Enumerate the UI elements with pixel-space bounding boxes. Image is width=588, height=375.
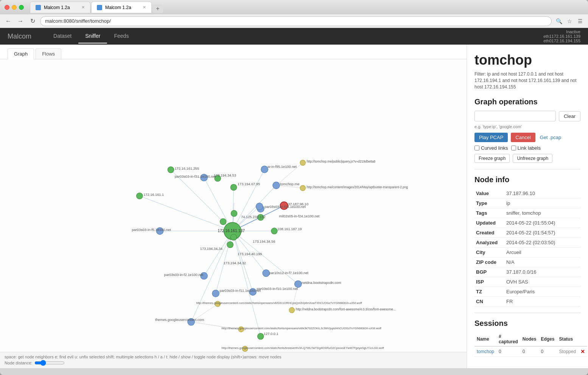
forward-button[interactable]: → bbox=[16, 17, 25, 26]
node-info-title: Node info bbox=[474, 175, 580, 184]
svg-point-44 bbox=[227, 242, 233, 248]
node-distance-label: Node distance: bbox=[5, 361, 32, 365]
freeze-buttons-row: Freeze graph Unfreeze graph bbox=[474, 154, 580, 163]
svg-point-50 bbox=[271, 228, 278, 234]
freeze-graph-button[interactable]: Freeze graph bbox=[474, 154, 510, 163]
session-status: Stopped bbox=[557, 346, 578, 357]
link-labels-checkbox[interactable] bbox=[511, 146, 516, 150]
graph-search-input[interactable] bbox=[474, 111, 556, 121]
session-delete-button[interactable]: ✕ bbox=[580, 349, 585, 355]
svg-text:par03s03-in-f2.1e100.net: par03s03-in-f2.1e100.net bbox=[164, 273, 204, 277]
address-bar[interactable]: malcom:8080/sniffer/tomchop/ bbox=[40, 16, 552, 26]
tab-flows[interactable]: Flows bbox=[36, 48, 61, 59]
link-labels-label[interactable]: Link labels bbox=[511, 145, 541, 151]
search-icon[interactable]: 🔍 bbox=[555, 17, 563, 25]
graph-svg: 172.16.161.137 172.16.161.255 172.16.161… bbox=[0, 59, 467, 352]
node-isp: OVH SAS bbox=[505, 277, 580, 287]
settings-icon[interactable]: ☰ bbox=[576, 17, 584, 25]
curved-links-label[interactable]: Curved links bbox=[474, 145, 508, 151]
tab-favicon-2 bbox=[97, 5, 102, 10]
svg-point-36 bbox=[230, 184, 237, 191]
node-tz: Europe/Paris bbox=[505, 287, 580, 297]
svg-text:par03s03-in-f31.1e100.net: par03s03-in-f31.1e100.net bbox=[175, 175, 216, 178]
sessions-col-nodes: Nodes bbox=[520, 332, 539, 346]
sessions-col-edges: Edges bbox=[538, 332, 557, 346]
node-distance-slider[interactable] bbox=[34, 360, 65, 366]
node-info-updated-row: Updated 2014-05-22 (01:55:04) bbox=[474, 218, 580, 228]
svg-point-73 bbox=[256, 203, 263, 210]
svg-point-69 bbox=[261, 166, 268, 173]
toolbar-right: 🔍 ☆ ☰ bbox=[555, 17, 584, 25]
browser-tab-2[interactable]: Malcom 1.2a ✕ bbox=[91, 2, 152, 13]
tab-label-2: Malcom 1.2a bbox=[105, 5, 131, 10]
sessions-title: Sessions bbox=[474, 319, 580, 328]
node-info-zip-row: ZIP code N/A bbox=[474, 257, 580, 267]
right-panel: tomchop Filter: ip and not host 127.0.0.… bbox=[467, 45, 588, 368]
svg-text:mil02s05-in-f24.1e100.net: mil02s05-in-f24.1e100.net bbox=[279, 214, 320, 218]
nav-feeds[interactable]: Feeds bbox=[107, 29, 135, 43]
left-panel: Graph Flows bbox=[0, 45, 467, 368]
search-row: Clear bbox=[474, 111, 580, 121]
browser-tabs: Malcom 1.2a ✕ Malcom 1.2a ✕ + bbox=[30, 2, 583, 13]
tab-graph[interactable]: Graph bbox=[8, 48, 34, 59]
session-name[interactable]: tomchop bbox=[474, 346, 496, 357]
back-button[interactable]: ← bbox=[4, 17, 13, 26]
svg-point-83 bbox=[289, 307, 294, 313]
node-info-isp-row: ISP OVH SAS bbox=[474, 277, 580, 287]
minimize-window-btn[interactable] bbox=[12, 5, 17, 10]
nav-status: Inactive eth1172.16.161.139 eth0172.16.1… bbox=[543, 29, 580, 43]
svg-point-42 bbox=[230, 234, 237, 240]
svg-line-21 bbox=[232, 231, 260, 336]
sessions-col-status: Status bbox=[557, 332, 578, 346]
cancel-button[interactable]: Cancel bbox=[511, 133, 535, 142]
tab-close-2[interactable]: ✕ bbox=[143, 5, 146, 10]
refresh-button[interactable]: ↻ bbox=[28, 17, 37, 26]
node-updated: 2014-05-22 (01:55:04) bbox=[505, 218, 580, 228]
node-info-value-row: Value 37.187.96.10 bbox=[474, 189, 580, 198]
svg-text:w-in-f95.1e100.net: w-in-f95.1e100.net bbox=[267, 165, 297, 169]
session-captured: 0 bbox=[496, 346, 520, 357]
svg-text:108.161.187.19: 108.161.187.19 bbox=[277, 227, 302, 231]
nav-sniffer[interactable]: Sniffer bbox=[78, 29, 107, 43]
svg-text:par03s03-in-f11.1e100.net: par03s03-in-f11.1e100.net bbox=[219, 289, 261, 293]
clear-button[interactable]: Clear bbox=[559, 111, 580, 121]
node-info-tags-row: Tags sniffer, tomchop bbox=[474, 208, 580, 218]
browser-title-bar: Malcom 1.2a ✕ Malcom 1.2a ✕ + bbox=[0, 0, 588, 14]
get-pcap-button[interactable]: Get .pcap bbox=[538, 133, 563, 142]
browser-tab-1[interactable]: Malcom 1.2a ✕ bbox=[30, 2, 90, 13]
curved-links-checkbox[interactable] bbox=[474, 146, 479, 150]
tab-close-1[interactable]: ✕ bbox=[81, 5, 85, 10]
svg-text:172.16.161.137: 172.16.161.137 bbox=[218, 229, 245, 233]
node-bgp: 37.187.0.0/16 bbox=[505, 267, 580, 277]
node-city: Arcueil bbox=[505, 248, 580, 257]
panel-tabs: Graph Flows bbox=[0, 45, 467, 59]
close-window-btn[interactable] bbox=[5, 5, 9, 10]
svg-text:par03s03-in-f10.1e100.net: par03s03-in-f10.1e100.net bbox=[257, 287, 298, 291]
nav-dataset[interactable]: Dataset bbox=[47, 29, 78, 43]
svg-text:172.16.161.1: 172.16.161.1 bbox=[143, 193, 164, 197]
graph-hints: space: get node neighbors e: find evil u… bbox=[0, 352, 467, 368]
svg-text:http://themes.googleuserconten: http://themes.googleusercontent.com/stat… bbox=[222, 346, 384, 350]
nav-links: Dataset Sniffer Feeds bbox=[47, 29, 135, 43]
node-cn: FR bbox=[505, 297, 580, 307]
unfreeze-graph-button[interactable]: Unfreeze graph bbox=[513, 154, 552, 163]
app-brand: Malcom bbox=[8, 33, 31, 40]
new-tab-button[interactable]: + bbox=[152, 5, 163, 13]
svg-point-63 bbox=[263, 270, 270, 277]
svg-text:173.194.34.34: 173.194.34.34 bbox=[200, 247, 222, 251]
tab-favicon-1 bbox=[36, 5, 41, 10]
play-pcap-button[interactable]: Play PCAP bbox=[474, 133, 508, 142]
svg-point-32 bbox=[168, 167, 174, 173]
svg-point-81 bbox=[300, 185, 305, 191]
svg-text:127.0.0.1: 127.0.0.1 bbox=[264, 332, 278, 336]
sessions-col-captured: # captured bbox=[496, 332, 520, 346]
svg-text:173.194.67.95: 173.194.67.95 bbox=[238, 182, 260, 186]
svg-text:172.16.161.255: 172.16.161.255 bbox=[175, 167, 199, 170]
svg-text:par03s03-in-f24.1e100.net: par03s03-in-f24.1e100.net bbox=[264, 205, 306, 209]
svg-text:173.194.34.32: 173.194.34.32 bbox=[224, 261, 246, 265]
hints-line1: space: get node neighbors e: find evil u… bbox=[5, 355, 462, 359]
maximize-window-btn[interactable] bbox=[19, 5, 24, 10]
svg-point-71 bbox=[273, 182, 280, 189]
sessions-table: Name # captured Nodes Edges Status tomch… bbox=[474, 332, 587, 357]
bookmark-icon[interactable]: ☆ bbox=[565, 17, 574, 25]
